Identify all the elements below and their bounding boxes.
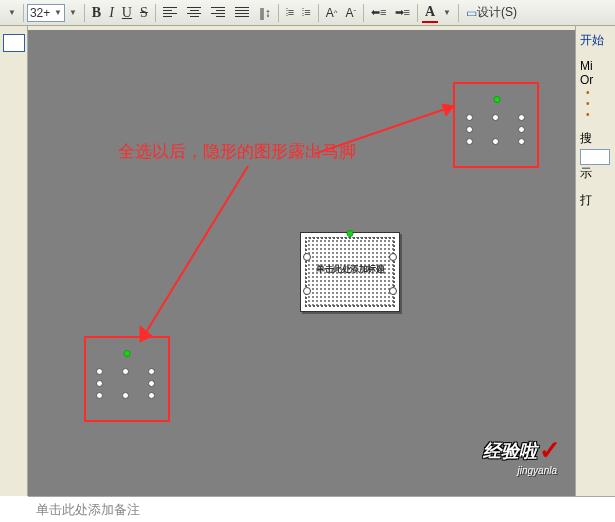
resize-handle[interactable]	[303, 287, 311, 295]
watermark: 经验啦 ✓	[483, 435, 561, 466]
separator	[318, 4, 319, 22]
resize-handle[interactable]	[96, 368, 103, 375]
underline-button[interactable]: U	[119, 4, 135, 22]
superscript-button[interactable]: A^	[323, 5, 341, 21]
resize-handle[interactable]	[122, 392, 129, 399]
align-center-icon	[187, 5, 203, 21]
chevron-down-icon: ▼	[54, 8, 62, 17]
resize-handle[interactable]	[96, 392, 103, 399]
align-left-icon	[163, 5, 179, 21]
search-label: 搜	[580, 130, 611, 147]
font-size-dropdown[interactable]: ▼	[66, 7, 80, 18]
bullet-icon: •	[580, 87, 611, 98]
increase-indent-button[interactable]: ➡≡	[392, 5, 413, 20]
align-right-button[interactable]	[208, 4, 230, 22]
font-dropdown[interactable]: ▼	[5, 7, 19, 18]
rotation-handle-icon[interactable]	[494, 96, 501, 103]
open-label[interactable]: 打	[580, 192, 611, 209]
title-placeholder-text: 单击此处添加标题	[301, 263, 399, 276]
task-pane-item[interactable]: Mi	[580, 59, 611, 73]
resize-handle[interactable]	[148, 392, 155, 399]
resize-handle[interactable]	[518, 114, 525, 121]
bold-button[interactable]: B	[89, 4, 104, 22]
formatting-toolbar: ▼ 32+ ▼ ▼ B I U S ‖↕ ⦙≡ ⦙≡ A^ Aˇ ⬅≡ ➡≡ A…	[0, 0, 615, 26]
task-pane: 开始 Mi Or • • • 搜 示 打	[575, 26, 615, 496]
separator	[417, 4, 418, 22]
notes-pane[interactable]: 单击此处添加备注	[28, 496, 615, 522]
resize-handle[interactable]	[518, 138, 525, 145]
selected-invisible-shape[interactable]	[94, 356, 160, 402]
separator	[84, 4, 85, 22]
design-button[interactable]: ▭ 设计(S)	[463, 3, 520, 22]
resize-handle[interactable]	[148, 368, 155, 375]
rotation-handle-icon[interactable]	[347, 230, 354, 237]
selected-title-textbox[interactable]: 单击此处添加标题	[300, 232, 400, 312]
watermark-url: jingyanla	[518, 465, 557, 476]
bullet-list-button[interactable]: ⦙≡	[299, 5, 313, 20]
align-center-button[interactable]	[184, 4, 206, 22]
example-label: 示	[580, 165, 611, 182]
slide-thumbnail-panel	[0, 26, 28, 496]
resize-handle[interactable]	[148, 380, 155, 387]
bullet-icon: •	[580, 109, 611, 120]
resize-handle[interactable]	[122, 368, 129, 375]
svg-marker-1	[442, 104, 454, 116]
resize-handle[interactable]	[492, 138, 499, 145]
resize-handle[interactable]	[518, 126, 525, 133]
svg-line-0	[314, 106, 454, 154]
checkmark-icon: ✓	[539, 435, 561, 466]
task-pane-item[interactable]: Or	[580, 73, 611, 87]
numbered-list-button[interactable]: ⦙≡	[283, 5, 297, 20]
separator	[155, 4, 156, 22]
up-arrow-icon: ^	[334, 8, 338, 17]
slide-thumbnail[interactable]	[3, 34, 25, 52]
annotation-arrow-icon	[128, 166, 268, 356]
svg-line-2	[140, 166, 248, 342]
resize-handle[interactable]	[96, 380, 103, 387]
italic-button[interactable]: I	[106, 4, 117, 22]
slide-canvas[interactable]: 单击此处添加标题 全选以后，隐形的图形露出马脚 经验啦 ✓ jingyanla	[28, 26, 575, 496]
align-justify-icon	[235, 5, 251, 21]
line-spacing-button[interactable]: ‖↕	[256, 5, 274, 21]
resize-handle[interactable]	[389, 253, 397, 261]
separator	[23, 4, 24, 22]
font-color-button[interactable]: A	[422, 3, 438, 23]
align-justify-button[interactable]	[232, 4, 254, 22]
line-spacing-icon: ‖↕	[259, 6, 271, 20]
resize-handle[interactable]	[492, 114, 499, 121]
watermark-text: 经验啦	[483, 439, 537, 463]
annotation-arrow-icon	[314, 96, 474, 166]
font-color-dropdown[interactable]: ▼	[440, 7, 454, 18]
indent-right-icon: ➡≡	[395, 6, 410, 19]
decrease-indent-button[interactable]: ⬅≡	[368, 5, 389, 20]
svg-marker-3	[140, 326, 152, 342]
subscript-button[interactable]: Aˇ	[342, 5, 359, 21]
down-arrow-icon: ˇ	[353, 8, 356, 17]
font-size-value: 32+	[30, 6, 50, 20]
align-right-icon	[211, 5, 227, 21]
search-input[interactable]	[580, 149, 610, 165]
design-icon: ▭	[466, 6, 477, 20]
numbered-list-icon: ⦙≡	[286, 6, 294, 19]
strikethrough-button[interactable]: S	[137, 4, 151, 22]
bullet-icon: •	[580, 98, 611, 109]
task-pane-header[interactable]: 开始	[580, 32, 611, 49]
resize-handle[interactable]	[389, 287, 397, 295]
font-size-selector[interactable]: 32+ ▼	[27, 4, 65, 22]
horizontal-ruler	[28, 26, 575, 30]
indent-left-icon: ⬅≡	[371, 6, 386, 19]
separator	[458, 4, 459, 22]
notes-placeholder: 单击此处添加备注	[36, 502, 140, 517]
separator	[363, 4, 364, 22]
resize-handle[interactable]	[303, 253, 311, 261]
separator	[278, 4, 279, 22]
bullet-list-icon: ⦙≡	[302, 6, 310, 19]
align-left-button[interactable]	[160, 4, 182, 22]
